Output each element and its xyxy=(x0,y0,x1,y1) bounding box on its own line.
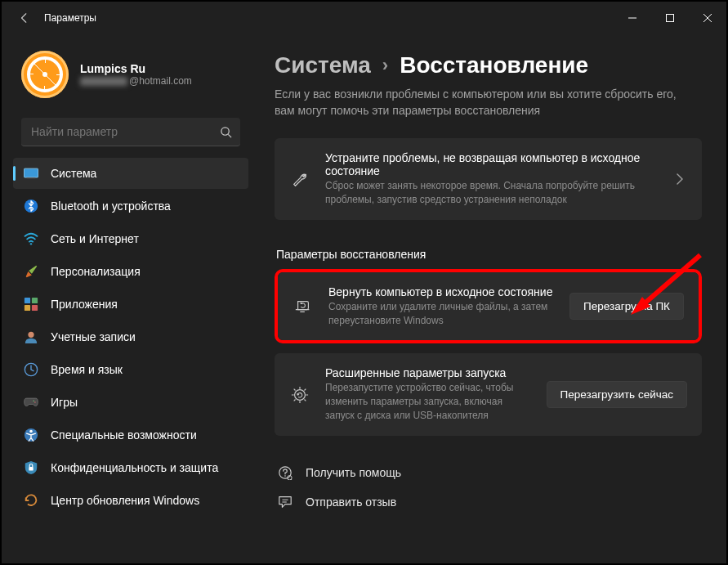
close-icon xyxy=(703,14,712,22)
back-button[interactable] xyxy=(8,2,41,34)
person-icon xyxy=(23,329,39,345)
search-input[interactable] xyxy=(21,125,211,138)
account-name: Lumpics Ru xyxy=(80,62,192,75)
titlebar: Параметры xyxy=(2,2,726,34)
sidebar-item-label: Персонализация xyxy=(51,265,141,278)
window-title: Параметры xyxy=(44,12,96,24)
system-icon xyxy=(23,165,39,182)
card-desc: Сброс может занять некоторое время. Снач… xyxy=(325,179,658,207)
sidebar-item-network[interactable]: Сеть и Интернет xyxy=(13,223,248,254)
sidebar-item-label: Сеть и Интернет xyxy=(51,232,139,245)
section-label: Параметры восстановления xyxy=(276,248,702,261)
sidebar-item-label: Bluetooth и устройства xyxy=(51,200,171,213)
close-button[interactable] xyxy=(689,2,726,34)
svg-rect-3 xyxy=(27,177,36,178)
arrow-left-icon xyxy=(19,12,30,24)
sidebar-item-label: Конфиденциальность и защита xyxy=(51,461,218,474)
sidebar-item-label: Центр обновления Windows xyxy=(51,494,199,507)
account-block[interactable]: Lumpics Ru @hotmail.com xyxy=(10,43,252,110)
svg-rect-6 xyxy=(25,298,30,303)
accessibility-icon xyxy=(23,427,39,443)
main-content: Система › Восстановление Если у вас возн… xyxy=(255,34,726,563)
chevron-right-icon: › xyxy=(382,55,388,76)
search-box[interactable] xyxy=(21,118,240,146)
reset-pc-card: Вернуть компьютер в исходное состояние С… xyxy=(278,272,699,341)
nav-list: Система Bluetooth и устройства Сеть и Ин… xyxy=(10,158,252,516)
sidebar-item-system[interactable]: Система xyxy=(13,158,248,189)
sidebar-item-label: Игры xyxy=(51,396,78,409)
card-title: Вернуть компьютер в исходное состояние xyxy=(328,285,555,298)
wifi-icon xyxy=(23,231,39,247)
paintbrush-icon xyxy=(23,263,39,280)
sidebar-item-label: Специальные возможности xyxy=(51,428,197,442)
reset-pc-button[interactable]: Перезагрузка ПК xyxy=(569,293,684,320)
breadcrumb: Система › Восстановление xyxy=(275,52,702,78)
troubleshoot-card[interactable]: Устраните проблемы, не возвращая компьют… xyxy=(275,138,702,220)
svg-rect-16 xyxy=(29,467,33,471)
restart-gear-icon xyxy=(289,384,310,406)
sidebar-item-label: Учетные записи xyxy=(51,330,136,343)
svg-point-17 xyxy=(295,389,306,400)
sidebar-item-privacy[interactable]: Конфиденциальность и защита xyxy=(13,452,248,483)
clock-globe-icon xyxy=(23,361,39,378)
card-title: Расширенные параметры запуска xyxy=(325,366,532,379)
advanced-startup-card: Расширенные параметры запуска Перезапуст… xyxy=(275,353,702,435)
minimize-icon xyxy=(628,14,636,22)
sidebar-item-accessibility[interactable]: Специальные возможности xyxy=(13,419,248,451)
bluetooth-icon xyxy=(23,198,39,214)
svg-point-5 xyxy=(30,243,32,244)
update-icon xyxy=(23,492,39,509)
feedback-icon xyxy=(276,493,294,511)
reset-icon xyxy=(293,296,314,317)
svg-point-19 xyxy=(284,475,286,477)
minimize-button[interactable] xyxy=(614,2,651,34)
sidebar-item-apps[interactable]: Приложения xyxy=(13,289,248,320)
svg-point-13 xyxy=(34,401,36,403)
highlight-annotation: Вернуть компьютер в исходное состояние С… xyxy=(275,269,702,344)
email-obscured xyxy=(80,77,127,86)
settings-window: Параметры Lumpics Ru @hotmail.com xyxy=(2,2,726,563)
help-icon xyxy=(276,464,294,482)
sidebar-item-accounts[interactable]: Учетные записи xyxy=(13,321,248,352)
svg-point-1 xyxy=(221,127,228,134)
maximize-icon xyxy=(666,14,674,22)
maximize-button[interactable] xyxy=(651,2,689,34)
avatar xyxy=(21,51,69,98)
svg-rect-9 xyxy=(32,305,38,311)
sidebar-item-personalization[interactable]: Персонализация xyxy=(13,256,248,287)
help-links: Получить помощь Отправить отзыв xyxy=(275,464,702,511)
page-title: Восстановление xyxy=(400,52,588,78)
svg-rect-0 xyxy=(667,15,674,22)
sidebar-item-bluetooth[interactable]: Bluetooth и устройства xyxy=(13,191,248,222)
card-title: Устраните проблемы, не возвращая компьют… xyxy=(325,151,658,177)
account-email: @hotmail.com xyxy=(80,75,192,87)
sidebar-item-time[interactable]: Время и язык xyxy=(13,354,248,385)
sidebar-item-label: Приложения xyxy=(51,298,118,311)
shield-icon xyxy=(23,460,39,476)
svg-point-10 xyxy=(28,332,33,338)
svg-point-15 xyxy=(29,430,33,433)
restart-now-button[interactable]: Перезагрузить сейчас xyxy=(547,381,687,408)
sidebar: Lumpics Ru @hotmail.com Система xyxy=(2,34,255,563)
gamepad-icon xyxy=(23,394,39,410)
wrench-icon xyxy=(289,168,310,190)
page-description: Если у вас возникли проблемы с компьютер… xyxy=(275,87,699,119)
card-desc: Сохраните или удалите личные файлы, а за… xyxy=(328,300,555,328)
svg-rect-2 xyxy=(24,168,38,177)
breadcrumb-parent[interactable]: Система xyxy=(275,52,371,78)
apps-icon xyxy=(23,296,39,312)
svg-rect-8 xyxy=(25,305,30,311)
sidebar-item-label: Время и язык xyxy=(51,363,123,376)
feedback-link[interactable]: Отправить отзыв xyxy=(276,493,702,511)
card-desc: Перезапустите устройство сейчас, чтобы и… xyxy=(325,381,532,422)
sidebar-item-update[interactable]: Центр обновления Windows xyxy=(13,485,248,516)
chevron-right-icon xyxy=(672,173,687,185)
svg-point-12 xyxy=(33,401,34,402)
get-help-link[interactable]: Получить помощь xyxy=(276,464,702,482)
sidebar-item-label: Система xyxy=(51,167,96,180)
sidebar-item-gaming[interactable]: Игры xyxy=(13,387,248,418)
svg-rect-7 xyxy=(32,298,38,303)
search-icon xyxy=(211,126,240,138)
